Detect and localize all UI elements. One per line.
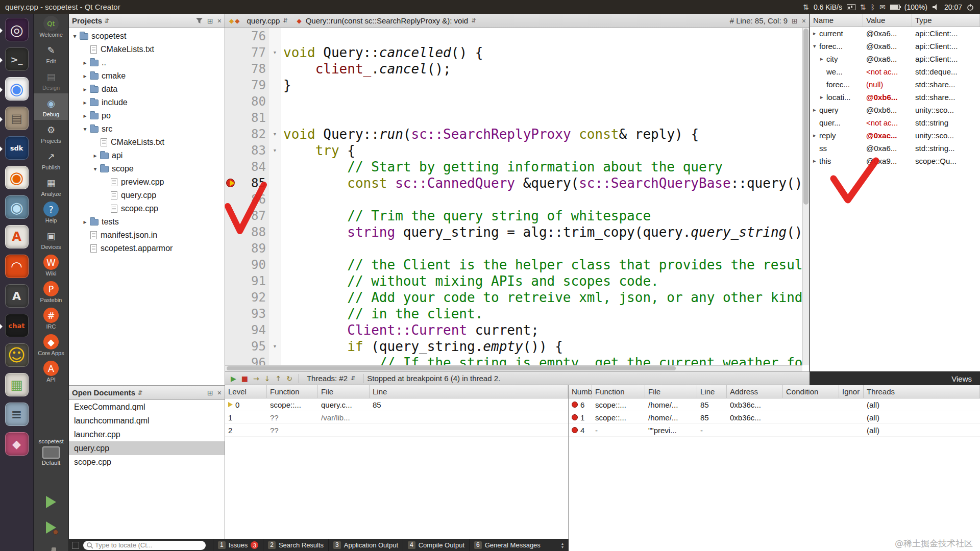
open-document-item[interactable]: query.cpp	[69, 441, 225, 455]
step-into-icon[interactable]: ↓	[264, 374, 271, 383]
column-name[interactable]: Name	[810, 14, 863, 27]
breakpoint-margin[interactable]	[225, 191, 236, 208]
breakpoint-margin[interactable]	[225, 28, 236, 44]
locals-row[interactable]: forec...(null)std::share...	[810, 78, 980, 91]
project-tree-item[interactable]: preview.cpp	[69, 176, 225, 189]
scrollbar-thumb[interactable]	[227, 366, 676, 370]
launcher-item-firefox[interactable]: ◉	[0, 166, 33, 191]
column-type[interactable]: Type	[912, 14, 980, 27]
network-monitor-icon[interactable]	[847, 4, 855, 10]
kit-selector[interactable]: scopetest Default	[34, 438, 68, 466]
launcher-item-dash-home[interactable]: ◎	[0, 18, 33, 43]
open-documents-title[interactable]: Open Documents	[72, 388, 135, 397]
launcher-item-green-boxes-app[interactable]: ▦	[0, 373, 33, 398]
breakpoint-margin[interactable]	[225, 273, 236, 289]
expand-arrow-icon[interactable]: ▸	[820, 56, 826, 62]
breakpoint-margin[interactable]	[225, 175, 236, 191]
debug-run-button[interactable]	[46, 521, 56, 534]
expand-arrow-icon[interactable]: ▸	[81, 72, 89, 80]
editor-line[interactable]: 86	[225, 191, 802, 208]
launcher-item-pink-app[interactable]: ◆	[0, 432, 33, 458]
launcher-item-smiley-app[interactable]: ☺	[0, 343, 33, 369]
mail-icon[interactable]: ✉	[879, 3, 886, 11]
launcher-item-terminal[interactable]: >_	[0, 47, 33, 73]
projects-panel-title[interactable]: Projects	[72, 16, 102, 25]
bluetooth-icon[interactable]: ᛒ	[871, 3, 875, 11]
breakpoint-margin[interactable]	[225, 289, 236, 306]
column-threads[interactable]: Threads	[864, 385, 980, 398]
launcher-item-ubuntu-sdk[interactable]: sdk	[0, 136, 33, 162]
launcher-item-dark-a-app[interactable]: A	[0, 284, 33, 310]
editor-line[interactable]: 81	[225, 110, 802, 126]
open-document-item[interactable]: launcher.cpp	[69, 428, 225, 441]
editor-line[interactable]: 90 // the Client is the helper class tha…	[225, 257, 802, 273]
breakpoint-margin[interactable]	[225, 322, 236, 338]
expand-arrow-icon[interactable]: ▾	[81, 126, 89, 133]
project-tree-item[interactable]: ▸data	[69, 83, 225, 96]
column-number[interactable]: Numb	[569, 385, 592, 398]
breakpoint-margin[interactable]	[225, 61, 236, 77]
locator-input[interactable]	[95, 541, 203, 549]
column-value[interactable]: Value	[863, 14, 912, 27]
stack-frame-row[interactable]: 1??/var/lib...	[225, 411, 568, 424]
output-pane-general-messages[interactable]: 6General Messages	[469, 539, 545, 551]
breakpoint-margin[interactable]	[225, 142, 236, 159]
editor-line[interactable]: 77▾void Query::cancelled() {	[225, 44, 802, 61]
editor-line[interactable]: 84 // Start by getting information about…	[225, 159, 802, 175]
views-menu[interactable]: Views	[951, 374, 972, 383]
fold-marker-icon[interactable]: ▾	[269, 142, 281, 159]
launcher-item-chat-app[interactable]: chat	[0, 314, 33, 339]
breakpoint-row[interactable]: 6scope::.../home/...850xb36c...(all)	[569, 398, 980, 411]
project-tree-item[interactable]: scope.cpp	[69, 202, 225, 215]
locals-row[interactable]: ▸city@0xa6...api::Client:...	[810, 53, 980, 65]
build-button[interactable]	[44, 546, 58, 551]
expand-arrow-icon[interactable]: ▸	[813, 30, 819, 37]
code-editor[interactable]: 7677▾void Query::cancelled() {78 client_…	[225, 28, 802, 365]
editor-line[interactable]: 80	[225, 93, 802, 110]
launcher-item-software-center[interactable]: A	[0, 225, 33, 251]
breakpoint-margin[interactable]	[225, 77, 236, 93]
mode-edit[interactable]: ✎Edit	[34, 40, 68, 67]
stop-icon[interactable]: ■	[241, 374, 248, 383]
step-out-icon[interactable]: ↑	[275, 374, 281, 383]
editor-split-icon[interactable]: ⊞	[792, 17, 798, 25]
symbol-combo[interactable]: Query::run(const sc::SearchReplyProxy &)…	[302, 15, 480, 26]
open-document-item[interactable]: ExecCommand.qml	[69, 400, 225, 414]
close-panel-icon[interactable]: ×	[217, 17, 222, 25]
step-over-icon[interactable]: →	[253, 374, 259, 383]
scrollbar-thumb[interactable]	[803, 29, 808, 205]
project-tree-item[interactable]: CMakeLists.txt	[69, 136, 225, 149]
expand-arrow-icon[interactable]: ▸	[820, 94, 826, 101]
editor-line[interactable]: 95▾ if (query_string.empty()) {	[225, 338, 802, 355]
locals-row[interactable]: ▸reply@0xac...unity::sco...	[810, 129, 980, 142]
power-icon[interactable]	[967, 4, 974, 11]
expand-arrow-icon[interactable]: ▾	[813, 43, 819, 49]
locals-row[interactable]: we...<not ac...std::deque...	[810, 65, 980, 78]
project-tree-item[interactable]: ▸api	[69, 149, 225, 162]
breakpoint-margin[interactable]	[225, 93, 236, 110]
threads-combo[interactable]: Threads: #2⇵	[303, 373, 359, 384]
launcher-item-blue-app[interactable]: ◉	[0, 195, 33, 221]
expand-arrow-icon[interactable]: ▸	[81, 86, 89, 93]
editor-line[interactable]: 78 client_.cancel();	[225, 61, 802, 77]
sync-arrows-icon[interactable]: ⇅	[860, 3, 866, 11]
expand-arrow-icon[interactable]: ▾	[71, 33, 79, 40]
output-pane-application-output[interactable]: 3Application Output	[328, 539, 403, 551]
column-function[interactable]: Function	[267, 385, 318, 398]
launcher-item-ubuntu-one[interactable]: ◠	[0, 255, 33, 280]
locals-row[interactable]: ▸query@0xb6...unity::sco...	[810, 104, 980, 116]
panel-combo-arrows-icon[interactable]: ⇵	[137, 389, 142, 396]
back-icon[interactable]: ◆	[229, 17, 234, 24]
launcher-item-chrome[interactable]: ◉	[0, 77, 33, 103]
open-document-item[interactable]: scope.cpp	[69, 455, 225, 469]
launcher-item-stack-app[interactable]: ≡	[0, 403, 33, 428]
fold-marker-icon[interactable]: ▾	[269, 338, 281, 355]
output-pane-compile-output[interactable]: 4Compile Output	[403, 539, 469, 551]
continue-icon[interactable]: ▶	[231, 374, 236, 383]
editor-vscrollbar[interactable]	[802, 28, 809, 365]
expand-arrow-icon[interactable]: ▸	[813, 158, 819, 164]
breakpoint-margin[interactable]	[225, 257, 236, 273]
breakpoint-margin[interactable]	[225, 338, 236, 355]
battery-icon[interactable]	[890, 5, 900, 10]
editor-close-icon[interactable]: ×	[802, 17, 806, 25]
